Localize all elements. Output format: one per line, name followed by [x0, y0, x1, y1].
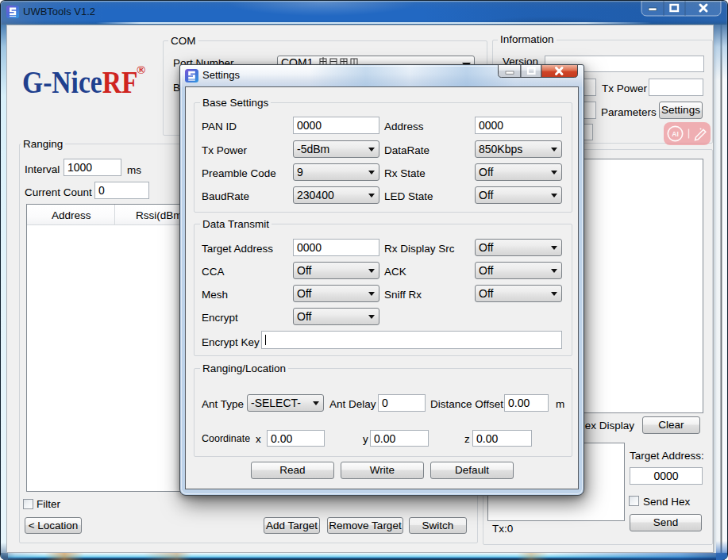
svg-text:AI: AI	[672, 130, 679, 138]
